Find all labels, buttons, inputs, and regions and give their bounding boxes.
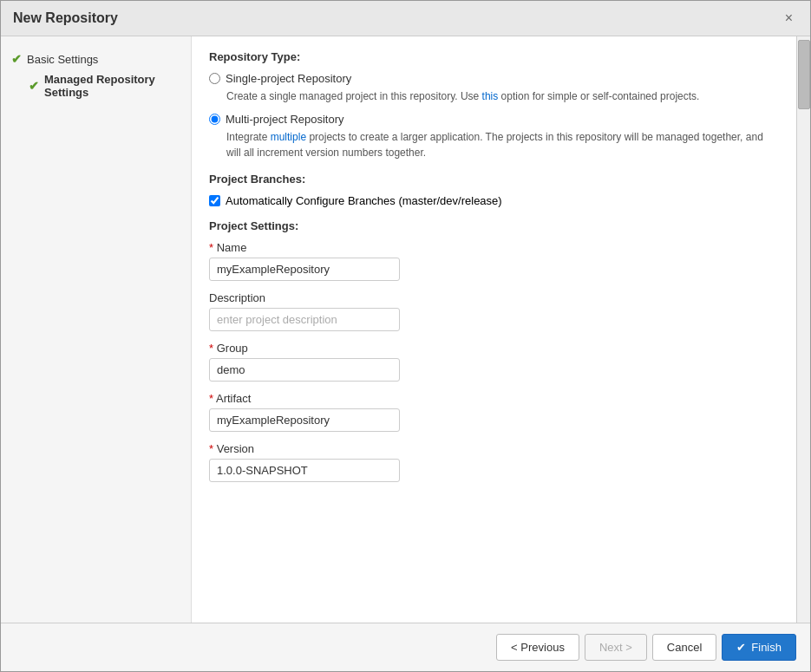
artifact-input[interactable] xyxy=(209,408,400,432)
dialog-footer: < Previous Next > Cancel ✔ Finish xyxy=(1,623,810,671)
check-icon-managed: ✔ xyxy=(29,79,39,93)
single-project-link[interactable]: this xyxy=(482,90,499,102)
name-field-group: * Name xyxy=(209,241,779,281)
auto-configure-checkbox[interactable] xyxy=(209,195,220,206)
scrollbar-thumb[interactable] xyxy=(798,40,810,109)
project-branches-section: Project Branches: Automatically Configur… xyxy=(209,173,779,207)
description-input[interactable] xyxy=(209,308,400,331)
group-required-star: * xyxy=(209,342,213,355)
auto-configure-row: Automatically Configure Branches (master… xyxy=(209,194,779,207)
next-button[interactable]: Next > xyxy=(585,634,647,661)
single-project-radio[interactable] xyxy=(209,73,220,84)
finish-label: Finish xyxy=(751,641,782,654)
description-field-group: Description xyxy=(209,291,779,331)
description-label: Description xyxy=(209,291,779,304)
single-project-description: Create a single managed project in this … xyxy=(226,88,779,104)
new-repository-dialog: New Repository × ✔ Basic Settings ✔ Mana… xyxy=(0,0,811,672)
group-input[interactable] xyxy=(209,358,400,382)
project-settings-section: Project Settings: * Name Description * xyxy=(209,219,779,482)
version-label: * Version xyxy=(209,442,779,455)
repository-type-label: Repository Type: xyxy=(209,50,779,63)
repository-type-section: Repository Type: Single-project Reposito… xyxy=(209,50,779,160)
name-required-star: * xyxy=(209,241,213,254)
name-input[interactable] xyxy=(209,258,400,281)
dialog-body: ✔ Basic Settings ✔ Managed RepositorySet… xyxy=(1,36,810,623)
dialog-header: New Repository × xyxy=(1,1,810,36)
project-branches-label: Project Branches: xyxy=(209,173,779,186)
sidebar: ✔ Basic Settings ✔ Managed RepositorySet… xyxy=(1,36,192,623)
check-icon-basic: ✔ xyxy=(11,52,22,66)
multi-project-label[interactable]: Multi-project Repository xyxy=(226,113,344,126)
group-label: * Group xyxy=(209,342,779,355)
close-button[interactable]: × xyxy=(780,10,798,27)
multi-project-description: Integrate multiple projects to create a … xyxy=(226,129,779,160)
scrollbar-track[interactable] xyxy=(796,36,810,623)
dialog-title: New Repository xyxy=(13,10,118,26)
multi-project-option: Multi-project Repository xyxy=(209,113,779,126)
sidebar-label-basic: Basic Settings xyxy=(27,53,98,66)
sidebar-item-managed-repository[interactable]: ✔ Managed RepositorySettings xyxy=(10,69,182,102)
version-required-star: * xyxy=(209,442,213,455)
single-project-group: Single-project Repository Create a singl… xyxy=(209,72,779,104)
name-label: * Name xyxy=(209,241,779,254)
cancel-button[interactable]: Cancel xyxy=(652,634,716,661)
single-project-option: Single-project Repository xyxy=(209,72,779,85)
finish-check-icon: ✔ xyxy=(736,641,746,654)
group-field-group: * Group xyxy=(209,342,779,382)
artifact-field-group: * Artifact xyxy=(209,392,779,432)
artifact-required-star: * xyxy=(209,392,213,405)
artifact-label: * Artifact xyxy=(209,392,779,405)
multi-project-link[interactable]: multiple xyxy=(271,131,306,143)
sidebar-label-managed: Managed RepositorySettings xyxy=(44,73,155,99)
project-settings-label: Project Settings: xyxy=(209,219,779,232)
version-field-group: * Version xyxy=(209,442,779,482)
version-input[interactable] xyxy=(209,459,400,482)
auto-configure-label[interactable]: Automatically Configure Branches (master… xyxy=(226,194,502,207)
content-area: Repository Type: Single-project Reposito… xyxy=(192,36,796,623)
multi-project-radio[interactable] xyxy=(209,114,220,125)
single-project-label[interactable]: Single-project Repository xyxy=(226,72,351,85)
finish-button[interactable]: ✔ Finish xyxy=(722,634,796,661)
auto-configure-branches: (master/dev/release) xyxy=(398,194,501,207)
sidebar-item-basic-settings[interactable]: ✔ Basic Settings xyxy=(10,49,182,69)
multi-project-group: Multi-project Repository Integrate multi… xyxy=(209,113,779,160)
previous-button[interactable]: < Previous xyxy=(496,634,579,661)
